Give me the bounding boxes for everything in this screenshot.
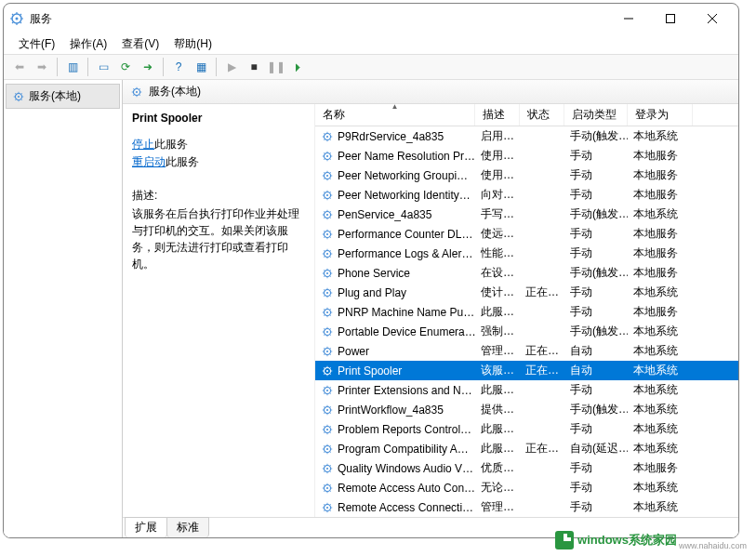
cell-name: Program Compatibility A…: [338, 443, 469, 456]
svg-point-49: [326, 506, 328, 508]
menu-view[interactable]: 查看(V): [114, 34, 166, 54]
list-row[interactable]: Program Compatibility A…此服…正在…自动(延迟…本地系统: [315, 439, 738, 458]
refresh-button[interactable]: ⟳: [115, 57, 136, 77]
svg-point-29: [326, 311, 328, 312]
cell-status: 正在…: [520, 441, 564, 457]
show-hide-tree-button[interactable]: ▥: [62, 57, 83, 77]
close-button[interactable]: [691, 5, 733, 33]
cell-start: 自动: [564, 343, 628, 359]
list-row[interactable]: Quality Windows Audio V…优质…手动本地服务: [315, 458, 738, 478]
cell-start: 手动: [564, 285, 628, 300]
stop-link[interactable]: 停止: [132, 138, 154, 151]
desc-text: 该服务在后台执行打印作业并处理与打印机的交互。如果关闭该服务，则无法进行打印或查…: [132, 205, 305, 272]
list-row[interactable]: Print Spooler该服…正在…自动本地系统: [315, 361, 738, 380]
service-icon: [321, 267, 334, 280]
stop-service-button[interactable]: ■: [244, 57, 264, 77]
list-row[interactable]: Performance Counter DL…使远…手动本地服务: [315, 224, 738, 244]
services-icon: [130, 86, 143, 99]
cell-start: 自动(延迟…: [564, 441, 628, 457]
cell-name: Print Spooler: [338, 364, 402, 377]
menu-help[interactable]: 帮助(H): [166, 34, 219, 54]
cell-logon: 本地系统: [628, 324, 693, 339]
help-button[interactable]: ?: [168, 57, 189, 77]
cell-name: Power: [338, 345, 369, 358]
service-icon: [321, 443, 334, 456]
list-row[interactable]: Remote Access Connecti…管理…手动本地系统: [315, 497, 738, 517]
list-row[interactable]: P9RdrService_4a835启用…手动(触发…本地系统: [315, 126, 738, 146]
svg-point-1: [16, 18, 19, 20]
svg-point-39: [326, 408, 328, 410]
menu-action[interactable]: 操作(A): [62, 34, 114, 54]
svg-point-45: [326, 467, 328, 469]
menu-file[interactable]: 文件(F): [11, 34, 62, 54]
list-row[interactable]: Power管理…正在…自动本地系统: [315, 341, 738, 361]
list-row[interactable]: Printer Extensions and N…此服…手动本地系统: [315, 380, 738, 400]
cell-logon: 本地服务: [628, 187, 693, 203]
list-body[interactable]: P9RdrService_4a835启用…手动(触发…本地系统Peer Name…: [315, 126, 738, 517]
restart-service-button[interactable]: ⏵: [288, 57, 309, 77]
svg-point-33: [326, 350, 328, 351]
maximize-button[interactable]: [649, 5, 691, 33]
cell-name: Portable Device Enumera…: [338, 325, 475, 338]
list-row[interactable]: Phone Service在设…手动(触发…本地服务: [315, 263, 738, 283]
svg-point-13: [326, 154, 328, 156]
list-row[interactable]: PNRP Machine Name Pu…此服…手动本地服务: [315, 302, 738, 322]
col-start[interactable]: 启动类型: [564, 104, 628, 126]
cell-start: 手动: [564, 167, 628, 183]
tab-standard[interactable]: 标准: [166, 517, 209, 537]
service-icon: [321, 189, 334, 202]
forward-button[interactable]: ➡: [32, 57, 52, 77]
cell-logon: 本地服务: [628, 226, 693, 242]
list-row[interactable]: Peer Name Resolution Pr…使用…手动本地服务: [315, 146, 738, 165]
col-desc[interactable]: 描述: [475, 104, 520, 126]
list-row[interactable]: Plug and Play使计…正在…手动本地系统: [315, 283, 738, 302]
pause-service-button[interactable]: ❚❚: [266, 57, 286, 77]
export-button[interactable]: ➜: [138, 57, 158, 77]
cell-name: PNRP Machine Name Pu…: [338, 306, 474, 319]
cell-desc: 此服…: [475, 304, 520, 320]
cell-desc: 无论…: [475, 480, 520, 496]
service-icon: [321, 345, 334, 358]
list-header: 名称▲ 描述 状态 启动类型 登录为: [315, 104, 738, 126]
cell-name: Problem Reports Control…: [338, 423, 471, 436]
properties-button[interactable]: ▭: [93, 57, 113, 77]
list-row[interactable]: Peer Networking Groupi…使用…手动本地服务: [315, 165, 738, 185]
list-row[interactable]: Peer Networking Identity…向对…手动本地服务: [315, 185, 738, 205]
service-icon: [321, 306, 334, 319]
cell-start: 手动: [564, 421, 628, 437]
list-row[interactable]: Portable Device Enumera…强制…手动(触发…本地系统: [315, 322, 738, 341]
tab-extended[interactable]: 扩展: [125, 517, 167, 537]
col-logon[interactable]: 登录为: [628, 104, 693, 126]
cell-desc: 使用…: [475, 167, 520, 183]
start-service-button[interactable]: ▶: [221, 57, 242, 77]
service-icon: [321, 228, 334, 241]
cell-name: PenService_4a835: [338, 208, 431, 221]
list-row[interactable]: Remote Access Auto Con…无论…手动本地系统: [315, 478, 738, 497]
cell-desc: 此服…: [475, 421, 520, 437]
cell-name: Printer Extensions and N…: [338, 384, 472, 397]
col-name[interactable]: 名称▲: [315, 104, 475, 126]
sort-asc-icon: ▲: [391, 104, 399, 111]
col-status[interactable]: 状态: [520, 104, 564, 126]
list-row[interactable]: Performance Logs & Aler…性能…手动本地服务: [315, 244, 738, 263]
minimize-button[interactable]: [607, 5, 649, 33]
back-button[interactable]: ⬅: [9, 57, 30, 77]
cell-desc: 管理…: [475, 343, 520, 359]
watermark-sub: www.nahaidu.com: [679, 541, 747, 550]
service-icon: [321, 150, 334, 163]
list-row[interactable]: PrintWorkflow_4a835提供…手动(触发…本地系统: [315, 400, 738, 419]
service-icon: [321, 325, 334, 338]
tree-pane: 服务(本地): [4, 80, 123, 537]
columns-button[interactable]: ▦: [191, 57, 211, 77]
list-row[interactable]: PenService_4a835手写…手动(触发…本地系统: [315, 205, 738, 224]
restart-link[interactable]: 重启动: [132, 155, 166, 168]
titlebar: 服务: [4, 4, 738, 33]
watermark: windows系统家园 www.nahaidu.com: [555, 530, 747, 550]
cell-logon: 本地服务: [628, 304, 693, 320]
service-icon: [321, 462, 334, 475]
cell-start: 手动: [564, 148, 628, 164]
svg-point-37: [326, 389, 328, 391]
cell-name: Remote Access Connecti…: [338, 501, 473, 514]
tree-root-item[interactable]: 服务(本地): [6, 84, 120, 109]
list-row[interactable]: Problem Reports Control…此服…手动本地系统: [315, 419, 738, 439]
